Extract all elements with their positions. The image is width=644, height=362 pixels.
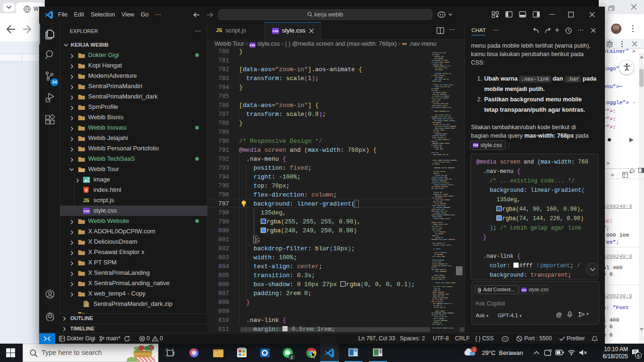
svg-text:5: 5	[85, 188, 87, 192]
